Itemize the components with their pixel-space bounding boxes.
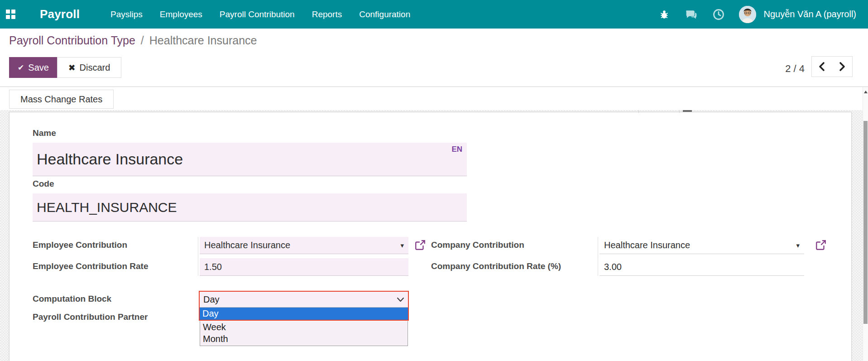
select-option-day[interactable]: Day — [200, 308, 408, 320]
employee-contribution-label: Employee Contribution — [33, 240, 127, 250]
nav-right: Nguyễn Văn A (payroll) — [657, 6, 868, 23]
scrollbar-thumb[interactable] — [863, 121, 868, 324]
discard-button-label: Discard — [80, 63, 110, 73]
name-label: Name — [33, 128, 56, 138]
nav-menu: Payslips Employees Payroll Contribution … — [110, 10, 410, 19]
employee-contribution-select[interactable]: Healthcare Insurance ▾ — [200, 237, 408, 254]
breadcrumb: Payroll Contribution Type / Healthcare I… — [0, 29, 868, 52]
computation-block-select-highlight: Day Day — [199, 291, 409, 321]
form-action-toolbar: Mass Change Rates — [0, 87, 863, 110]
name-value: Healthcare Insurance — [37, 150, 183, 168]
translation-badge[interactable]: EN — [451, 145, 462, 154]
code-label: Code — [33, 179, 54, 189]
computation-block-value: Day — [203, 294, 220, 305]
group-divider — [198, 237, 198, 276]
computation-block-select[interactable]: Day — [200, 292, 408, 308]
vertical-scrollbar[interactable] — [863, 87, 868, 361]
dropdown-caret-icon[interactable]: ▾ — [796, 241, 800, 250]
scrolled-element-sliver — [683, 110, 692, 112]
scrollbar-up-arrow-icon[interactable] — [864, 91, 868, 93]
user-name[interactable]: Nguyễn Văn A (payroll) — [763, 9, 856, 19]
nav-item-payroll-contribution[interactable]: Payroll Contribution — [220, 10, 295, 19]
mass-change-rates-button[interactable]: Mass Change Rates — [9, 90, 114, 109]
apps-grid-icon — [6, 10, 15, 19]
select-option-month[interactable]: Month — [200, 333, 408, 345]
control-panel: ✔ Save ✖ Discard 2 / 4 — [0, 52, 868, 87]
company-contribution-rate-value: 3.00 — [604, 262, 622, 272]
save-button-label: Save — [28, 63, 49, 73]
discard-button[interactable]: ✖ Discard — [57, 57, 121, 78]
group-divider — [598, 237, 598, 276]
company-contribution-external-link-icon[interactable] — [815, 239, 827, 251]
breadcrumb-current: Healthcare Insurance — [149, 34, 257, 47]
pager-previous-button[interactable] — [811, 56, 832, 77]
nav-item-configuration[interactable]: Configuration — [359, 10, 410, 19]
computation-block-option-list: Week Month — [200, 321, 408, 346]
sliver-tick — [679, 110, 680, 113]
pager-next-button[interactable] — [832, 56, 853, 77]
sliver-tick — [638, 110, 639, 113]
company-contribution-rate-label: Company Contribution Rate (%) — [431, 261, 561, 271]
user-avatar[interactable] — [739, 6, 756, 23]
name-input[interactable]: Healthcare Insurance EN — [33, 143, 467, 176]
company-contribution-value: Healthcare Insurance — [604, 240, 690, 250]
employee-contribution-value: Healthcare Insurance — [204, 240, 290, 250]
computation-block-label: Computation Block — [33, 294, 111, 304]
save-button[interactable]: ✔ Save — [9, 57, 58, 78]
x-icon: ✖ — [68, 63, 76, 73]
payroll-contribution-partner-label: Payroll Contribution Partner — [33, 312, 148, 322]
form-content-area: Name Healthcare Insurance EN Code HEALTH… — [0, 110, 868, 361]
debug-bug-icon[interactable] — [657, 8, 671, 21]
chevron-left-icon — [818, 62, 826, 72]
nav-item-reports[interactable]: Reports — [312, 10, 342, 19]
code-value: HEALTH_INSURANCE — [37, 200, 177, 215]
chevron-right-icon — [838, 62, 846, 72]
select-option-week[interactable]: Week — [200, 321, 408, 333]
code-input[interactable]: HEALTH_INSURANCE — [33, 193, 467, 221]
employee-contribution-rate-label: Employee Contribution Rate — [33, 261, 148, 271]
company-contribution-select[interactable]: Healthcare Insurance ▾ — [599, 237, 804, 254]
pager-counter: 2 / 4 — [785, 63, 805, 75]
dropdown-caret-icon[interactable]: ▾ — [400, 241, 404, 250]
company-contribution-label: Company Contribution — [431, 240, 524, 250]
nav-item-employees[interactable]: Employees — [160, 10, 202, 19]
company-contribution-rate-input[interactable]: 3.00 — [599, 258, 804, 276]
select-chevron-icon — [397, 294, 404, 305]
nav-item-payslips[interactable]: Payslips — [110, 10, 143, 19]
activities-clock-icon[interactable] — [712, 8, 725, 21]
check-icon: ✔ — [18, 63, 24, 72]
top-nav: Payroll Payslips Employees Payroll Contr… — [0, 0, 868, 29]
employee-contribution-external-link-icon[interactable] — [414, 239, 426, 251]
employee-contribution-rate-value: 1.50 — [204, 262, 222, 272]
breadcrumb-parent-link[interactable]: Payroll Contribution Type — [9, 34, 135, 47]
messages-chat-icon[interactable] — [685, 8, 698, 21]
employee-contribution-rate-input[interactable]: 1.50 — [200, 258, 408, 276]
app-title[interactable]: Payroll — [40, 7, 80, 21]
apps-menu-button[interactable] — [0, 0, 21, 29]
breadcrumb-separator: / — [141, 34, 144, 47]
